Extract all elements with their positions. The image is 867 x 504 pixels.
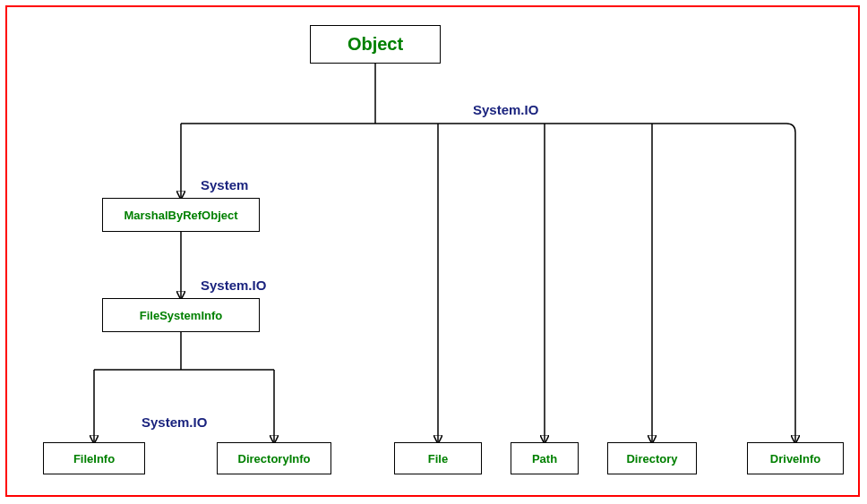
node-directory: Directory bbox=[607, 442, 697, 474]
namespace-label-fsinfo: System.IO bbox=[201, 278, 266, 293]
node-object-label: Object bbox=[348, 34, 403, 55]
node-directoryinfo-label: DirectoryInfo bbox=[238, 452, 311, 466]
node-driveinfo-label: DriveInfo bbox=[770, 452, 820, 466]
node-fileinfo-label: FileInfo bbox=[73, 452, 115, 466]
node-fileinfo: FileInfo bbox=[43, 442, 145, 474]
node-directory-label: Directory bbox=[626, 452, 677, 466]
namespace-label-top: System.IO bbox=[473, 102, 538, 117]
namespace-label-bottom: System.IO bbox=[142, 414, 207, 430]
node-directoryinfo: DirectoryInfo bbox=[217, 442, 331, 474]
connector-lines bbox=[7, 7, 862, 499]
node-driveinfo: DriveInfo bbox=[747, 442, 844, 474]
node-path-label: Path bbox=[532, 452, 557, 466]
node-marshalbyrefobject-label: MarshalByRefObject bbox=[124, 209, 237, 222]
node-filesysteminfo-label: FileSystemInfo bbox=[140, 309, 222, 322]
node-file: File bbox=[394, 442, 482, 474]
namespace-label-system: System bbox=[201, 177, 248, 192]
node-object: Object bbox=[310, 25, 441, 64]
node-filesysteminfo: FileSystemInfo bbox=[102, 298, 260, 332]
node-path: Path bbox=[511, 442, 579, 474]
diagram-frame: Object System.IO System System.IO System… bbox=[5, 5, 860, 497]
node-file-label: File bbox=[428, 452, 448, 466]
node-marshalbyrefobject: MarshalByRefObject bbox=[102, 198, 260, 232]
